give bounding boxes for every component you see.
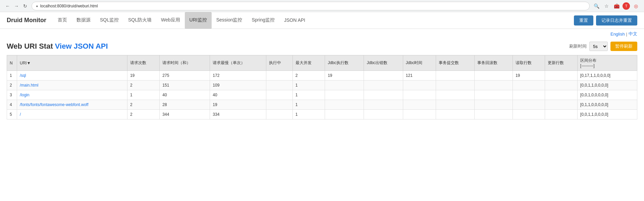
browser-navigation: ← → ↻	[4, 2, 29, 10]
cell-jdbc_error	[364, 71, 403, 81]
nav-session-monitor[interactable]: Session监控	[212, 12, 247, 29]
address-bar[interactable]: ● localhost:8080/druid/weburi.html	[32, 2, 590, 10]
cell-jdbc_error	[364, 90, 403, 100]
lock-icon: ●	[36, 4, 38, 8]
col-header-request-max: 请求最慢（单次）	[210, 55, 266, 71]
page-title: Web URI Stat View JSON API	[7, 42, 108, 51]
cell-jdbc_exec	[325, 110, 364, 119]
cell-concurrent: 1	[292, 81, 325, 90]
cell-request_max: 109	[210, 81, 266, 90]
url-text: localhost:8080/druid/weburi.html	[40, 4, 98, 8]
cell-n: 1	[7, 71, 17, 81]
col-header-n: N	[7, 55, 17, 71]
nav-web-app[interactable]: Web应用	[156, 12, 185, 29]
brand-title: Druid Monitor	[7, 17, 46, 24]
back-button[interactable]: ←	[4, 2, 11, 10]
cell-uri[interactable]: /login	[17, 90, 127, 100]
cell-tx_commit	[436, 100, 474, 110]
nav-sql-firewall[interactable]: SQL防火墙	[123, 12, 156, 29]
refresh-controls: 刷新时间 5s 10s 30s 1m 5m 暂停刷新	[569, 42, 637, 51]
cell-requests: 1	[127, 90, 159, 100]
english-link[interactable]: English	[610, 32, 625, 37]
cell-uri[interactable]: /	[17, 110, 127, 119]
cell-jdbc_exec	[325, 81, 364, 90]
table-row: 1/sql1927517221912119[0,17,1,1,0,0,0,0]	[7, 71, 637, 81]
col-header-jdbc-exec: Jdbc执行数	[325, 55, 364, 71]
cell-read_rows: 19	[513, 71, 545, 81]
table-container: N URI▼ 请求次数 请求时间（和） 请求最慢（单次） 执行中 最大并发 Jd…	[0, 55, 644, 119]
cell-uri[interactable]: /sql	[17, 71, 127, 81]
cell-dist: [0,1,1,0,0,0,0,0]	[577, 100, 637, 110]
cell-dist: [0,0,1,1,0,0,0,0]	[577, 110, 637, 119]
cell-tx_rollback	[474, 100, 513, 110]
pause-refresh-button[interactable]: 暂停刷新	[610, 42, 637, 51]
cell-n: 4	[7, 100, 17, 110]
nav-sql-monitor[interactable]: SQL监控	[95, 12, 123, 29]
cell-update_rows	[545, 90, 577, 100]
cell-tx_rollback	[474, 110, 513, 119]
reset-log-button[interactable]: 记录日志并重置	[596, 15, 637, 26]
cell-n: 2	[7, 81, 17, 90]
cell-running	[266, 90, 293, 100]
search-button[interactable]: 🔍	[592, 2, 600, 10]
cell-concurrent: 1	[292, 90, 325, 100]
forward-button[interactable]: →	[13, 2, 20, 10]
cell-uri[interactable]: /fonts/fonts/fontawesome-webfont.woff	[17, 100, 127, 110]
cell-jdbc_time	[403, 90, 436, 100]
cell-running	[266, 71, 293, 81]
nav-spring-monitor[interactable]: Spring监控	[247, 12, 279, 29]
cell-tx_rollback	[474, 71, 513, 81]
cell-running	[266, 81, 293, 90]
nav-datasource[interactable]: 数据源	[72, 12, 95, 29]
json-api-link[interactable]: View JSON API	[55, 42, 108, 50]
cell-request_time: 344	[160, 110, 210, 119]
cell-jdbc_exec: 19	[325, 71, 364, 81]
table-body: 1/sql1927517221912119[0,17,1,1,0,0,0,0]2…	[7, 71, 637, 119]
table-row: 5/23443341[0,0,1,1,0,0,0,0]	[7, 110, 637, 119]
col-header-jdbc-time: Jdbc时间	[403, 55, 436, 71]
table-row: 2/main.html21511091[0,0,1,1,0,0,0,0]	[7, 81, 637, 90]
col-header-dist: 区间分布 [---------]	[577, 55, 637, 71]
cell-request_max: 19	[210, 100, 266, 110]
chinese-link[interactable]: 中文	[629, 31, 637, 37]
extensions-button[interactable]: 🧰	[612, 2, 621, 10]
nav-uri-monitor[interactable]: URI监控	[185, 12, 212, 29]
cell-running	[266, 110, 293, 119]
col-header-concurrent: 最大并发	[292, 55, 325, 71]
bookmark-button[interactable]: ☆	[602, 2, 610, 10]
cell-jdbc_error	[364, 81, 403, 90]
cell-update_rows	[545, 100, 577, 110]
cell-n: 3	[7, 90, 17, 100]
reload-button[interactable]: ↻	[21, 2, 29, 10]
cell-jdbc_time	[403, 110, 436, 119]
cell-jdbc_time	[403, 81, 436, 90]
cell-update_rows	[545, 81, 577, 90]
page-title-area: Web URI Stat View JSON API 刷新时间 5s 10s 3…	[0, 39, 644, 55]
col-header-tx-rollback: 事务回滚数	[474, 55, 513, 71]
uri-stat-table: N URI▼ 请求次数 请求时间（和） 请求最慢（单次） 执行中 最大并发 Jd…	[7, 55, 637, 119]
cell-uri[interactable]: /main.html	[17, 81, 127, 90]
col-header-read-rows: 读取行数	[513, 55, 545, 71]
cell-request_max: 334	[210, 110, 266, 119]
cell-jdbc_exec	[325, 100, 364, 110]
cell-tx_rollback	[474, 90, 513, 100]
cell-jdbc_error	[364, 100, 403, 110]
nav-home[interactable]: 首页	[53, 12, 72, 29]
refresh-interval-select[interactable]: 5s 10s 30s 1m 5m	[589, 42, 608, 51]
nav-json-api[interactable]: JSON API	[279, 12, 310, 29]
cell-update_rows	[545, 71, 577, 81]
cell-tx_commit	[436, 71, 474, 81]
col-header-update-rows: 更新行数	[545, 55, 577, 71]
nav-items: 首页 数据源 SQL监控 SQL防火墙 Web应用 URI监控 Session监…	[53, 12, 574, 29]
col-header-requests: 请求次数	[127, 55, 159, 71]
table-row: 4/fonts/fonts/fontawesome-webfont.woff22…	[7, 100, 637, 110]
profile-button[interactable]: T	[623, 2, 630, 10]
cell-requests: 2	[127, 110, 159, 119]
col-header-uri[interactable]: URI▼	[17, 55, 127, 71]
menu-button[interactable]: ◎	[632, 2, 640, 10]
cell-dist: [0,0,1,0,0,0,0,0]	[577, 90, 637, 100]
reset-button[interactable]: 重置	[574, 15, 593, 26]
cell-read_rows	[513, 100, 545, 110]
lang-separator: |	[626, 32, 627, 37]
cell-tx_commit	[436, 81, 474, 90]
